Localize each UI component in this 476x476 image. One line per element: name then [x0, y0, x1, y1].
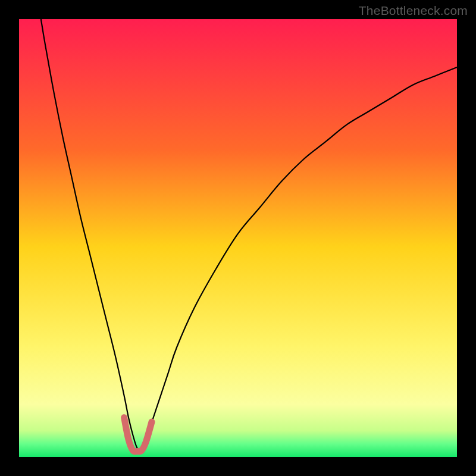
chart-frame: TheBottleneck.com	[0, 0, 476, 476]
chart-svg	[19, 19, 457, 457]
watermark-text: TheBottleneck.com	[359, 4, 468, 18]
gradient-background	[19, 19, 457, 457]
plot-area	[19, 19, 457, 457]
